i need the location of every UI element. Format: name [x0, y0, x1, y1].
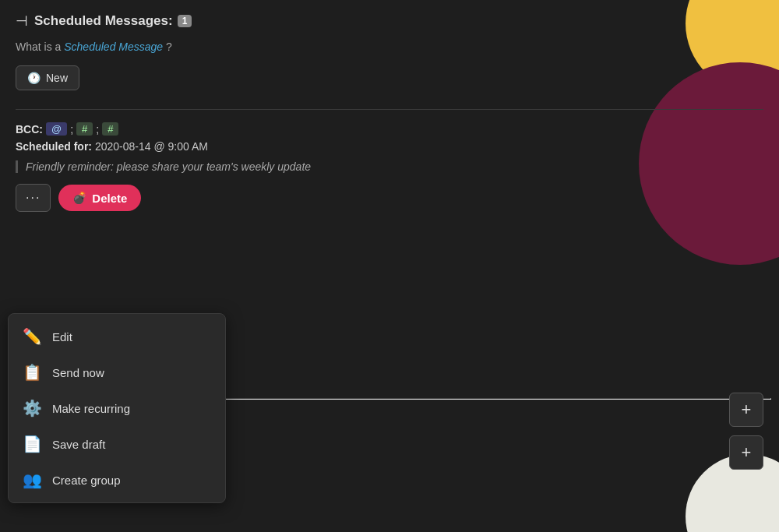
dropdown-item-make-recurring[interactable]: ⚙️ Make recurring	[9, 390, 225, 426]
scheduled-row: Scheduled for: 2020-08-14 @ 9:00 AM	[16, 140, 763, 153]
bcc-row: BCC: @ ; # ; #	[16, 122, 763, 136]
header-row: ⊣ Scheduled Messages: 1	[16, 12, 763, 30]
new-button-icon: 🕐	[27, 72, 41, 84]
scheduled-message-link[interactable]: Scheduled Message	[64, 41, 163, 53]
message-card: BCC: @ ; # ; # Scheduled for: 2020-08-14…	[16, 122, 763, 212]
scheduled-label: Scheduled for:	[16, 140, 92, 153]
message-count-badge: 1	[178, 15, 192, 27]
subtitle: What is a Scheduled Message ?	[16, 41, 763, 53]
dropdown-item-create-group-label: Create group	[52, 474, 121, 487]
new-button[interactable]: 🕐 New	[16, 65, 79, 90]
message-preview: Friendly reminder: please share your tea…	[16, 160, 763, 173]
delete-label: Delete	[92, 192, 127, 205]
dropdown-item-create-group[interactable]: 👥 Create group	[9, 462, 225, 498]
dropdown-menu: ✏️ Edit 📋 Send now ⚙️ Make recurring 📄 S…	[8, 313, 226, 503]
plus-icon-top: +	[742, 400, 752, 420]
dropdown-item-edit[interactable]: ✏️ Edit	[9, 319, 225, 354]
plus-button-top[interactable]: +	[729, 393, 763, 427]
bcc-separator-2: ;	[96, 123, 99, 136]
dropdown-item-send-now-label: Send now	[52, 366, 104, 379]
subtitle-suffix: ?	[166, 41, 172, 53]
send-now-icon: 📋	[21, 363, 43, 382]
scheduled-messages-icon: ⊣	[16, 12, 28, 30]
new-button-label: New	[46, 72, 68, 84]
save-draft-icon: 📄	[21, 435, 43, 453]
dropdown-item-edit-label: Edit	[52, 330, 72, 344]
dropdown-item-make-recurring-label: Make recurring	[52, 402, 130, 415]
divider-top	[16, 109, 763, 110]
edit-icon: ✏️	[21, 327, 43, 346]
delete-icon: 💣	[72, 191, 87, 205]
create-group-icon: 👥	[21, 470, 43, 489]
dropdown-item-send-now[interactable]: 📋 Send now	[9, 354, 225, 390]
main-container: ⊣ Scheduled Messages: 1 What is a Schedu…	[0, 0, 779, 532]
action-row: ··· 💣 Delete	[16, 184, 763, 212]
more-options-button[interactable]: ···	[16, 184, 51, 212]
dropdown-item-save-draft[interactable]: 📄 Save draft	[9, 426, 225, 462]
make-recurring-icon: ⚙️	[21, 399, 43, 417]
bcc-hash1-tag: #	[76, 122, 93, 136]
scheduled-value: 2020-08-14 @ 9:00 AM	[95, 140, 208, 153]
bcc-at-tag: @	[46, 122, 67, 136]
page-title: Scheduled Messages:	[34, 13, 173, 29]
delete-button[interactable]: 💣 Delete	[58, 185, 141, 211]
plus-icon-bottom: +	[742, 442, 752, 463]
bcc-label: BCC:	[16, 123, 43, 136]
more-dots-label: ···	[26, 191, 41, 205]
plus-button-bottom[interactable]: +	[729, 435, 763, 470]
content-area: ⊣ Scheduled Messages: 1 What is a Schedu…	[0, 0, 779, 232]
subtitle-prefix: What is a	[16, 41, 64, 53]
bcc-separator-1: ;	[70, 123, 73, 136]
dropdown-item-save-draft-label: Save draft	[52, 438, 105, 451]
bcc-hash2-tag: #	[102, 122, 118, 136]
